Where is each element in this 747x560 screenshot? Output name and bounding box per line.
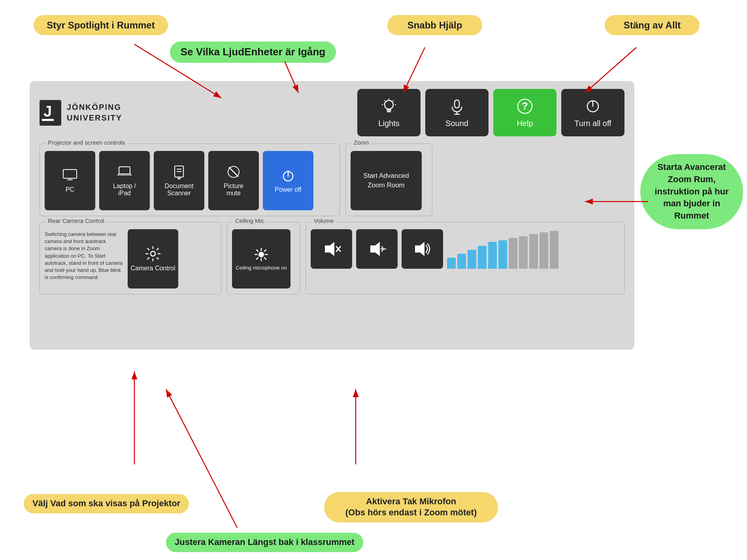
gear-icon: [145, 246, 161, 262]
lights-label: Lights: [378, 119, 399, 128]
vol-up-icon: [413, 239, 432, 258]
scanner-icon: [172, 164, 187, 179]
laptop-icon: [117, 164, 132, 179]
volume-bar: [498, 240, 507, 269]
volume-bar: [529, 234, 538, 269]
laptop-ipad-button[interactable]: Laptop / iPad: [99, 151, 150, 210]
mute-icon: [226, 164, 241, 179]
volume-bar: [457, 254, 466, 269]
svg-text:J: J: [43, 103, 52, 120]
zoom-section: Zoom Start Advanced Zoom Room: [345, 143, 432, 216]
document-scanner-button[interactable]: Document Scanner: [154, 151, 204, 210]
rear-camera-inner: Switching camera between rear camera and…: [45, 229, 216, 288]
snabb-hjalp-bubble: Snabb Hjälp: [387, 15, 482, 35]
svg-rect-5: [387, 111, 391, 112]
volume-title: Volume: [311, 217, 336, 224]
volume-bar: [447, 258, 456, 269]
laptop-ipad-label: Laptop / iPad: [113, 183, 136, 197]
power-off-label: Power off: [275, 186, 301, 193]
volume-bar: [488, 242, 497, 269]
header-buttons: Lights Sound ? Help: [357, 89, 624, 136]
header-row: J JÖNKÖPING UNIVERSITY Lights: [40, 89, 624, 136]
poweroff-icon: [281, 168, 296, 183]
projector-buttons: PC Laptop / iPad: [45, 151, 335, 210]
volume-down-button[interactable]: [356, 229, 398, 269]
ceiling-mic-title: Ceiling Mic: [233, 217, 266, 224]
se-vilka-bubble: Se Vilka LjudEnheter är Igång: [170, 41, 336, 63]
pc-button[interactable]: PC: [45, 151, 95, 210]
pc-label: PC: [66, 186, 74, 193]
svg-rect-11: [455, 100, 459, 108]
svg-line-7: [393, 100, 394, 101]
volume-bar: [468, 250, 476, 269]
help-icon: ?: [516, 98, 534, 115]
justera-kameran-bubble: Justera Kameran Längst bak i klassrummet: [166, 533, 363, 552]
volume-controls: [311, 229, 619, 269]
picture-mute-button[interactable]: Picture mute: [208, 151, 259, 210]
mute-button[interactable]: [311, 229, 352, 269]
ceiling-mic-button[interactable]: Ceiling microphone on: [232, 229, 290, 288]
power-off-button[interactable]: Power off: [263, 151, 313, 210]
mute-vol-icon: [322, 239, 341, 258]
sound-button[interactable]: Sound: [425, 89, 489, 136]
logo-area: J JÖNKÖPING UNIVERSITY: [40, 100, 122, 126]
main-panel: J JÖNKÖPING UNIVERSITY Lights: [30, 81, 634, 350]
volume-bar: [550, 231, 558, 269]
camera-description: Switching camera between rear camera and…: [45, 229, 124, 281]
camera-control-label: Camera Control: [131, 265, 175, 272]
power-icon: [584, 98, 602, 115]
svg-rect-2: [42, 119, 54, 121]
aktivera-tak-bubble: Aktivera Tak Mikrofon (Obs hörs endast i…: [324, 492, 498, 522]
help-label: Help: [517, 119, 533, 128]
logo-text: JÖNKÖPING UNIVERSITY: [67, 102, 122, 123]
turn-all-off-button[interactable]: Turn all off: [561, 89, 624, 136]
volume-bar: [478, 246, 487, 269]
svg-point-3: [385, 100, 393, 109]
volume-bar: [519, 236, 528, 269]
rear-camera-section: Rear Camera Control Switching camera bet…: [40, 222, 221, 294]
bulb-icon: [380, 98, 398, 115]
volume-bar: [509, 238, 517, 269]
mic-icon: [448, 98, 466, 115]
svg-text:?: ?: [522, 100, 528, 112]
ceiling-mic-icon: [254, 247, 268, 262]
svg-point-30: [151, 251, 155, 256]
ceiling-mic-section: Ceiling Mic Ceiling microphone on: [227, 222, 300, 294]
svg-line-37: [264, 258, 266, 259]
svg-line-36: [257, 250, 258, 251]
volume-bar: [540, 232, 548, 269]
bottom-row: Rear Camera Control Switching camera bet…: [40, 222, 624, 294]
styr-spotlight-bubble: Styr Spotlight i Rummet: [34, 15, 168, 35]
svg-rect-21: [119, 167, 130, 174]
top-controls-row: Projector and screen controls PC: [40, 143, 624, 216]
svg-line-39: [257, 258, 258, 259]
stang-av-allt-bubble: Stäng av Allt: [605, 15, 700, 35]
picture-mute-label: Picture mute: [224, 183, 243, 197]
svg-rect-18: [63, 170, 77, 178]
starta-avancerat-bubble: Starta Avancerat Zoom Rum, instruktion p…: [640, 154, 743, 229]
projector-section: Projector and screen controls PC: [40, 143, 340, 216]
help-button[interactable]: ? Help: [493, 89, 556, 136]
start-advanced-zoom-button[interactable]: Start Advanced Zoom Room: [351, 151, 422, 210]
turn-all-off-label: Turn all off: [574, 119, 611, 128]
svg-marker-43: [371, 243, 379, 255]
svg-line-27: [229, 167, 238, 177]
svg-marker-40: [325, 243, 334, 255]
camera-control-button[interactable]: Camera Control: [128, 229, 178, 288]
volume-bars: [447, 229, 558, 269]
rear-camera-title: Rear Camera Control: [45, 217, 107, 224]
zoom-section-title: Zoom: [351, 139, 371, 146]
vol-down-icon: [368, 239, 387, 258]
svg-point-31: [258, 252, 264, 257]
projector-section-title: Projector and screen controls: [45, 139, 127, 146]
svg-line-9: [384, 100, 385, 101]
svg-line-38: [264, 250, 266, 251]
volume-section: Volume: [306, 222, 624, 294]
svg-rect-4: [387, 109, 391, 111]
valj-vad-bubble: Välj Vad som ska visas på Projektor: [24, 494, 189, 513]
zoom-button-label: Start Advanced Zoom Room: [355, 171, 418, 190]
sound-label: Sound: [445, 119, 468, 128]
ceiling-mic-label: Ceiling microphone on: [236, 265, 287, 271]
volume-up-button[interactable]: [402, 229, 443, 269]
lights-button[interactable]: Lights: [357, 89, 421, 136]
